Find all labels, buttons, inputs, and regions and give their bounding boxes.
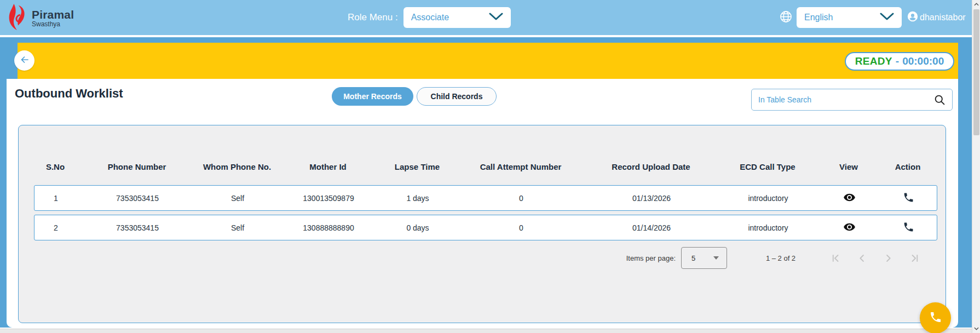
col-header-whom: Whom Phone No. — [197, 158, 277, 175]
cell-sno: 2 — [34, 215, 77, 240]
scrollbar-thumb[interactable] — [973, 9, 979, 135]
scroll-down-arrow-icon[interactable] — [972, 324, 980, 333]
view-record-button[interactable] — [820, 186, 879, 210]
cell-whom: Self — [198, 186, 278, 210]
role-menu-label: Role Menu : — [348, 12, 398, 23]
user-avatar-icon — [907, 10, 919, 25]
col-header-mother-id: Mother Id — [277, 158, 379, 175]
table-header-row: S.No Phone Number Whom Phone No. Mother … — [34, 158, 937, 175]
cell-mother-id: 130888888890 — [278, 215, 379, 240]
status-separator: - — [896, 55, 899, 67]
status-timer: 00:00:00 — [902, 55, 944, 67]
cell-phone: 7353053415 — [77, 215, 198, 240]
col-header-ecd-type: ECD Call Type — [716, 158, 819, 175]
table-paginator: Items per page: 5 1 – 2 of 2 — [19, 243, 927, 273]
view-record-button[interactable] — [820, 215, 879, 240]
call-record-button[interactable] — [879, 186, 938, 210]
items-per-page-select[interactable]: 5 — [681, 247, 727, 269]
agent-status-badge: READY - 00:00:00 — [845, 52, 954, 71]
last-page-button[interactable] — [901, 247, 927, 269]
cell-ecd-type: introductory — [717, 186, 820, 210]
items-per-page-value: 5 — [691, 254, 695, 262]
col-header-sno: S.No — [34, 158, 77, 175]
phone-icon — [903, 221, 914, 234]
role-menu-value: Associate — [411, 13, 449, 22]
chevron-down-icon — [880, 13, 894, 22]
piramal-flame-icon — [7, 3, 28, 33]
language-select[interactable]: English — [797, 7, 902, 28]
vertical-scrollbar[interactable] — [972, 0, 980, 333]
username-text: dhanistabor — [920, 13, 966, 22]
chevron-down-icon — [489, 13, 503, 22]
eye-icon — [843, 191, 856, 205]
cell-phone: 7353053415 — [77, 186, 198, 210]
brand-logo: Piramal Swasthya — [7, 3, 74, 33]
page-range-label: 1 – 2 of 2 — [748, 254, 814, 262]
cell-ecd-type: introductory — [717, 215, 820, 240]
worklist-table-card: S.No Phone Number Whom Phone No. Mother … — [18, 125, 946, 323]
table-search — [751, 89, 953, 111]
cell-attempts: 0 — [456, 186, 586, 210]
table-search-input[interactable] — [752, 89, 934, 110]
back-arrow-icon — [19, 54, 30, 67]
language-value: English — [804, 13, 833, 22]
eye-icon — [843, 221, 856, 235]
outbound-worklist-screen: Piramal Swasthya Role Menu : Associate — [0, 0, 980, 333]
scroll-up-arrow-icon[interactable] — [972, 0, 980, 9]
app-header: Piramal Swasthya Role Menu : Associate — [0, 0, 980, 35]
cell-lapse: 0 days — [379, 215, 456, 240]
phone-icon — [929, 311, 942, 326]
user-menu[interactable]: dhanistabor — [907, 0, 972, 35]
cell-upload-date: 01/13/2026 — [586, 186, 717, 210]
col-header-view: View — [819, 158, 878, 175]
cell-whom: Self — [198, 215, 278, 240]
call-record-button[interactable] — [879, 215, 938, 240]
cell-mother-id: 130013509879 — [278, 186, 379, 210]
previous-page-button[interactable] — [849, 247, 875, 269]
phone-icon — [903, 192, 914, 205]
table-row: 1 7353053415 Self 130013509879 1 days 0 … — [34, 185, 937, 211]
items-per-page-label: Items per page: — [626, 254, 676, 262]
col-header-attempts: Call Attempt Number — [456, 158, 586, 175]
cell-lapse: 1 days — [379, 186, 456, 210]
back-button[interactable] — [14, 50, 34, 71]
status-bar: READY - 00:00:00 — [18, 43, 958, 79]
cell-upload-date: 01/14/2026 — [586, 215, 717, 240]
brand-subtitle: Swasthya — [32, 21, 74, 27]
search-icon[interactable] — [934, 94, 946, 106]
cell-sno: 1 — [34, 186, 77, 210]
col-header-upload-date: Record Upload Date — [586, 158, 716, 175]
cell-attempts: 0 — [456, 215, 586, 240]
status-text: READY — [855, 55, 892, 67]
page-bottom-edge — [0, 329, 980, 333]
content-panel: Outbound Worklist Mother Records Child R… — [7, 79, 958, 328]
brand-name: Piramal — [32, 9, 74, 20]
table-row: 2 7353053415 Self 130888888890 0 days 0 … — [34, 215, 937, 240]
col-header-lapse: Lapse Time — [379, 158, 456, 175]
next-page-button[interactable] — [875, 247, 901, 269]
col-header-action: Action — [878, 158, 937, 175]
tab-mother-records[interactable]: Mother Records — [332, 87, 413, 106]
col-header-phone: Phone Number — [77, 158, 197, 175]
page-title: Outbound Worklist — [15, 87, 123, 101]
dropdown-caret-icon — [713, 256, 719, 260]
role-menu-select[interactable]: Associate — [403, 7, 511, 28]
tab-child-records[interactable]: Child Records — [417, 87, 497, 106]
first-page-button[interactable] — [822, 247, 849, 269]
globe-icon — [780, 10, 792, 25]
call-fab-button[interactable] — [920, 302, 951, 333]
